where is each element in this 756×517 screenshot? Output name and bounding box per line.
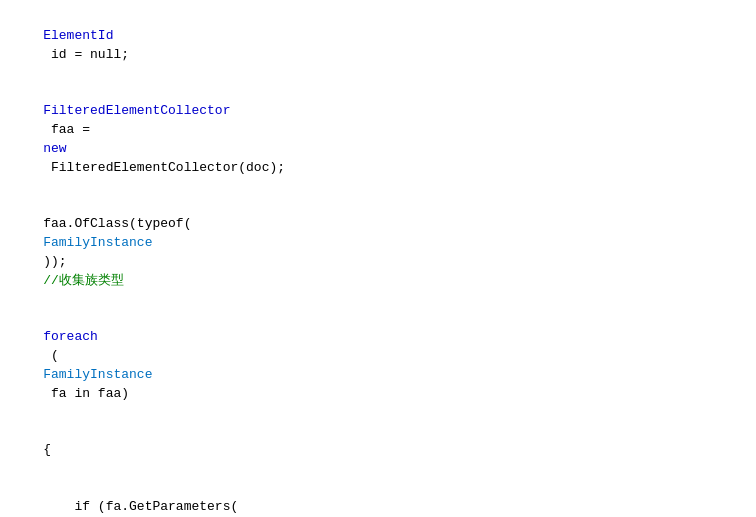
code-line: {	[12, 423, 744, 480]
code-token: foreach	[43, 329, 98, 344]
code-token: FamilyInstance	[43, 367, 152, 382]
code-token: new	[43, 141, 66, 156]
code-line: ElementId id = null;	[12, 8, 744, 83]
code-line: FilteredElementCollector faa = new Filte…	[12, 83, 744, 196]
code-token: if (fa.GetParameters(	[43, 499, 238, 514]
code-line: if (fa.GetParameters( "族与类型" )[0].AsValu…	[12, 479, 744, 517]
code-token: id = null;	[43, 47, 129, 62]
code-token: faa =	[43, 122, 98, 137]
code-line: foreach ( FamilyInstance fa in faa)	[12, 310, 744, 423]
code-token: FilteredElementCollector(doc);	[43, 160, 285, 175]
code-token: FamilyInstance	[43, 235, 152, 250]
code-token: (	[43, 348, 59, 363]
code-token: FilteredElementCollector	[43, 103, 230, 118]
code-line: faa.OfClass(typeof( FamilyInstance )); /…	[12, 196, 744, 309]
code-token: fa in faa)	[43, 386, 129, 401]
code-token: faa.OfClass(typeof(	[43, 216, 191, 231]
code-token: {	[43, 442, 51, 457]
code-token: ));	[43, 254, 66, 269]
code-token: //收集族类型	[43, 273, 124, 288]
code-editor: ElementId id = null; FilteredElementColl…	[0, 0, 756, 517]
code-token: ElementId	[43, 28, 113, 43]
